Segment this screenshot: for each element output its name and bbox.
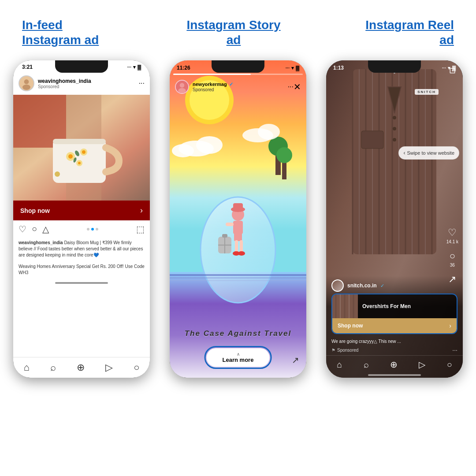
learn-more-button[interactable]: ∧ Learn more	[207, 348, 270, 367]
swipe-cta[interactable]: ‹ Swipe to view website	[398, 146, 459, 160]
phone-story: 11:26 ··· ▾ ▓	[170, 60, 306, 378]
time-3: 1:13	[333, 65, 344, 71]
shop-now-bar[interactable]: Shop now ›	[332, 318, 457, 333]
camera-icon[interactable]: ⊡	[449, 66, 456, 75]
like-action[interactable]: ♡ 14.1 k	[446, 227, 458, 244]
svg-point-29	[258, 124, 280, 140]
story-cta-wrapper: ∧ Learn more	[205, 346, 272, 369]
left-actions-1: ♡ ○ △	[19, 224, 49, 234]
wifi-2: ▾	[291, 65, 294, 71]
home-nav-icon[interactable]: ⌂	[24, 362, 30, 373]
svg-rect-40	[240, 240, 243, 253]
chevron-left-icon: ‹	[403, 150, 405, 156]
svg-point-69	[393, 138, 396, 141]
profile-nav-3[interactable]: ○	[447, 360, 452, 370]
username-3: snitch.co.in	[347, 283, 377, 289]
dot-3	[96, 228, 98, 231]
card-top: Overshirts For Men	[332, 294, 457, 318]
swipe-cta-text: Swipe to view website	[407, 150, 454, 156]
svg-point-26	[196, 136, 223, 154]
reel-caption: We are going crazyyy△ This new ...	[326, 336, 463, 346]
shop-btn-text: Shop now	[338, 323, 363, 329]
labels-row: In-feed Instagram ad Instagram Storyad I…	[13, 18, 463, 47]
svg-point-42	[238, 251, 245, 256]
home-nav-3[interactable]: ⌂	[337, 360, 342, 370]
notch-2	[212, 60, 264, 73]
product-name: Overshirts For Men	[358, 303, 457, 309]
cta-arrow-1: ›	[140, 206, 143, 215]
status-icons-1: ··· ▾ ▓	[127, 64, 141, 70]
svg-point-8	[68, 154, 73, 159]
svg-rect-32	[170, 277, 306, 279]
carousel-dots	[87, 228, 98, 231]
heart-icon: ♡	[448, 227, 457, 238]
caption-1: weavinghomes_india Daisy Bloom Mug | ₹39…	[13, 238, 150, 262]
svg-rect-38	[234, 232, 242, 241]
svg-point-2	[22, 85, 30, 90]
username-text-2: newyorkermag	[193, 82, 227, 87]
svg-rect-15	[53, 139, 106, 144]
add-nav-icon[interactable]: ⊕	[77, 362, 85, 373]
like-icon[interactable]: ♡	[19, 224, 26, 234]
search-nav-3[interactable]: ⌕	[364, 360, 369, 370]
more-icon-2[interactable]: ···	[288, 83, 294, 91]
reels-nav-icon[interactable]: ▷	[105, 362, 113, 373]
signal-icon: ···	[127, 64, 131, 70]
story-progress	[173, 74, 303, 75]
caption-username-1: weavinghomes_india	[19, 240, 64, 245]
svg-point-12	[78, 162, 81, 164]
comment-icon-3: ○	[450, 250, 455, 262]
svg-point-24	[276, 147, 292, 163]
svg-rect-39	[235, 240, 238, 253]
svg-point-50	[178, 88, 186, 93]
profile-nav-icon[interactable]: ○	[134, 362, 139, 373]
user-info-1: weavinghomes_india Sponsored	[38, 78, 139, 89]
share-icon[interactable]: △	[42, 224, 49, 234]
dot-1	[87, 228, 89, 231]
sponsored-1: Sponsored	[38, 84, 139, 89]
svg-rect-37	[233, 221, 243, 234]
username-2: newyorkermag ✓	[193, 82, 284, 87]
send-icon-2[interactable]: ↗	[292, 355, 299, 365]
reels-nav-3[interactable]: ▷	[419, 359, 425, 370]
signal-2: ···	[286, 65, 290, 71]
home-indicator-1	[55, 282, 108, 284]
post-header-1: weavinghomes_india Sponsored ···	[13, 72, 150, 95]
signal-3: ···	[442, 65, 446, 71]
phone-infeed: 3:21 ··· ▾ ▓	[13, 60, 150, 378]
flag-icon: ⚑	[331, 348, 335, 353]
svg-rect-70	[361, 131, 383, 149]
more-icon-1[interactable]: ···	[139, 79, 145, 87]
chevron-up-icon: ∧	[237, 352, 240, 357]
label-story: Instagram Storyad	[176, 18, 291, 47]
caption-text-3: We are going crazyyy△ This new ...	[331, 339, 401, 344]
time-1: 3:21	[22, 64, 33, 70]
more-icon-3[interactable]: ···	[452, 346, 457, 353]
bottom-nav-3: ⌂ ⌕ ⊕ ▷ ○	[326, 355, 463, 372]
verified-3: ✓	[380, 283, 384, 289]
svg-point-1	[24, 79, 29, 84]
status-icons-2: ··· ▾ ▓	[286, 65, 299, 71]
shop-arrow-icon: ›	[449, 322, 451, 329]
search-nav-icon[interactable]: ⌕	[50, 362, 56, 373]
username-1: weavinghomes_india	[38, 78, 139, 84]
bottom-section-3: snitch.co.in ✓	[326, 276, 463, 378]
svg-point-10	[82, 150, 86, 154]
svg-point-16	[55, 171, 60, 177]
share-action[interactable]: ↗	[448, 274, 456, 285]
save-icon[interactable]: ⬚	[136, 224, 145, 234]
add-nav-3[interactable]: ⊕	[390, 359, 398, 370]
comment-action[interactable]: ○ 36	[450, 250, 455, 268]
cta-border: ∧ Learn more	[205, 346, 272, 369]
cta-bar-1[interactable]: Shop now ›	[13, 201, 150, 220]
avatar-1	[19, 75, 34, 91]
progress-fill	[173, 74, 251, 75]
phone-reel: SNITCH 1:13 ··· ▾ ▓ ⊡ ‹ Swipe to view we…	[326, 60, 463, 378]
battery-icon: ▓	[138, 64, 141, 70]
comment-icon[interactable]: ○	[32, 224, 37, 234]
avatar-2	[175, 80, 189, 94]
sponsored-text-3: Sponsored	[337, 348, 358, 353]
phones-row: 3:21 ··· ▾ ▓	[13, 60, 463, 378]
verified-badge-2: ✓	[229, 82, 233, 87]
close-icon-2[interactable]: ✕	[294, 82, 301, 92]
